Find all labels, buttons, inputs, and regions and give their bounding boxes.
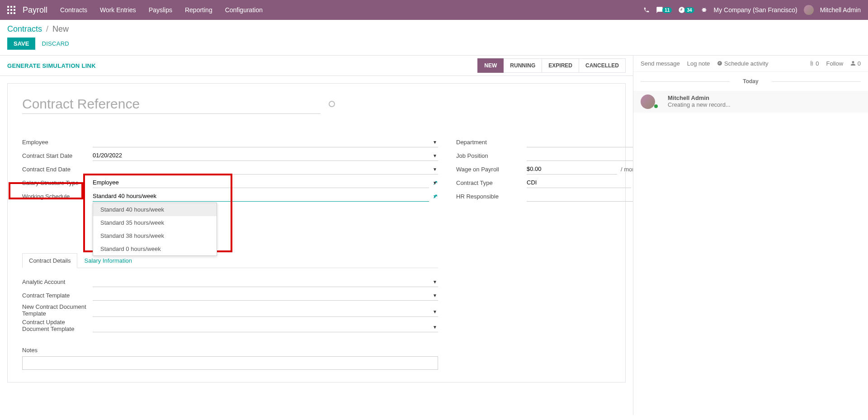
external-link-icon[interactable]: ↗ (433, 193, 438, 200)
label-department: Department (456, 139, 527, 146)
chatter: Send message Log note Schedule activity … (633, 56, 868, 415)
breadcrumb-root[interactable]: Contracts (7, 24, 42, 33)
phone-icon[interactable] (643, 7, 650, 13)
apps-icon[interactable] (7, 6, 15, 14)
breadcrumb-current: New (52, 24, 69, 33)
label-end-date: Contract End Date (22, 166, 93, 173)
activity-indicator[interactable]: 34 (678, 6, 694, 14)
status-new[interactable]: NEW (477, 58, 504, 73)
status-expired[interactable]: EXPIRED (542, 58, 579, 73)
label-new-doc: New Contract Document Template (22, 302, 93, 317)
department-field[interactable] (527, 137, 633, 147)
user-name[interactable]: Mitchell Admin (820, 6, 861, 14)
label-notes: Notes (22, 347, 438, 354)
schedule-option[interactable]: Standard 38 hours/week (93, 229, 217, 242)
schedule-dropdown: Standard 40 hours/week Standard 35 hours… (93, 203, 217, 256)
label-start-date: Contract Start Date (22, 152, 93, 159)
log-note-button[interactable]: Log note (687, 60, 710, 67)
wage-field[interactable] (527, 164, 617, 175)
wage-suffix: / month (621, 166, 633, 173)
update-doc-field[interactable] (93, 321, 438, 332)
nav-reporting[interactable]: Reporting (185, 6, 212, 14)
debug-icon[interactable] (701, 7, 708, 14)
activity-badge: 34 (684, 7, 694, 13)
action-row: SAVE DISCARD (0, 34, 868, 56)
label-employee: Employee (22, 139, 93, 146)
label-analytic: Analytic Account (22, 278, 93, 285)
schedule-activity-button[interactable]: Schedule activity (717, 60, 768, 67)
top-nav: Payroll Contracts Work Entries Payslips … (0, 0, 868, 20)
discard-button[interactable]: DISCARD (42, 40, 69, 47)
schedule-field[interactable] (93, 191, 429, 202)
label-hr-resp: HR Responsible (456, 193, 527, 200)
schedule-option[interactable]: Standard 40 hours/week (93, 203, 217, 216)
form-grid: Employee ▼ Contract Start Date ▼ Contrac… (22, 136, 611, 371)
breadcrumb-sep: / (46, 24, 48, 33)
follow-button[interactable]: Follow (826, 60, 844, 67)
schedule-option[interactable]: Standard 0 hours/week (93, 242, 217, 255)
template-field[interactable] (93, 290, 438, 301)
external-link-icon[interactable]: ↗ (433, 179, 438, 186)
label-template: Contract Template (22, 292, 93, 299)
status-cancelled[interactable]: CANCELLED (579, 58, 626, 73)
status-running[interactable]: RUNNING (504, 58, 542, 73)
tabs: Contract Details Salary Information (22, 253, 438, 268)
breadcrumb: Contracts / New (7, 24, 861, 34)
company-switcher[interactable]: My Company (San Francisco) (714, 6, 797, 14)
form-column: GENERATE SIMULATION LINK NEW RUNNING EXP… (0, 56, 633, 415)
chat-indicator[interactable]: 11 (656, 6, 672, 14)
nav-payslips[interactable]: Payslips (149, 6, 172, 14)
chat-badge: 11 (662, 7, 672, 13)
label-update-doc: Contract Update Document Template (22, 318, 93, 332)
message-author: Mitchell Admin (668, 94, 731, 101)
label-schedule: Working Schedule (22, 193, 93, 200)
main-layout: GENERATE SIMULATION LINK NEW RUNNING EXP… (0, 56, 868, 415)
message-body: Creating a new record... (668, 101, 731, 108)
notes-field[interactable] (22, 356, 438, 370)
attachment-count[interactable]: 0 (809, 60, 819, 67)
message-avatar (641, 94, 655, 109)
nav-configuration[interactable]: Configuration (225, 6, 263, 14)
start-date-field[interactable] (93, 150, 438, 161)
new-doc-field[interactable] (93, 306, 438, 317)
contract-type-field[interactable] (527, 177, 631, 188)
generate-simulation-link[interactable]: GENERATE SIMULATION LINK (7, 62, 96, 69)
label-wage: Wage on Payroll (456, 166, 527, 173)
hr-resp-field[interactable] (527, 191, 633, 202)
save-button[interactable]: SAVE (7, 38, 35, 50)
nav-links: Contracts Work Entries Payslips Reportin… (60, 6, 263, 14)
online-indicator-icon (654, 104, 658, 108)
job-field[interactable] (527, 150, 633, 161)
chatter-header: Send message Log note Schedule activity … (633, 56, 868, 72)
form-sheet: Employee ▼ Contract Start Date ▼ Contrac… (7, 83, 626, 382)
nav-right: 11 34 My Company (San Francisco) Mitchel… (643, 5, 861, 15)
label-job: Job Position (456, 152, 527, 159)
nav-contracts[interactable]: Contracts (60, 6, 87, 14)
tab-contract-details[interactable]: Contract Details (22, 253, 77, 268)
status-row: GENERATE SIMULATION LINK NEW RUNNING EXP… (0, 56, 633, 76)
form-right: Department ▼ Job Position ▼ Wage on Payr… (456, 136, 633, 371)
follower-count[interactable]: 0 (850, 60, 861, 67)
label-contract-type: Contract Type (456, 179, 527, 186)
user-avatar[interactable] (804, 5, 814, 15)
structure-field[interactable] (93, 177, 429, 188)
kanban-state-icon[interactable] (329, 101, 335, 107)
status-bar: NEW RUNNING EXPIRED CANCELLED (477, 58, 626, 73)
schedule-option[interactable]: Standard 35 hours/week (93, 216, 217, 229)
analytic-field[interactable] (93, 276, 438, 287)
send-message-button[interactable]: Send message (641, 60, 680, 67)
label-structure: Salary Structure Type (22, 179, 93, 186)
message: Mitchell Admin Creating a new record... (633, 91, 868, 113)
form-left: Employee ▼ Contract Start Date ▼ Contrac… (22, 136, 438, 371)
breadcrumb-bar: Contracts / New (0, 20, 868, 34)
end-date-field[interactable] (93, 164, 438, 175)
contract-reference-input[interactable] (22, 94, 321, 114)
app-brand[interactable]: Payroll (23, 5, 47, 15)
employee-field[interactable] (93, 137, 438, 147)
nav-work-entries[interactable]: Work Entries (100, 6, 136, 14)
today-separator: Today (633, 78, 868, 85)
